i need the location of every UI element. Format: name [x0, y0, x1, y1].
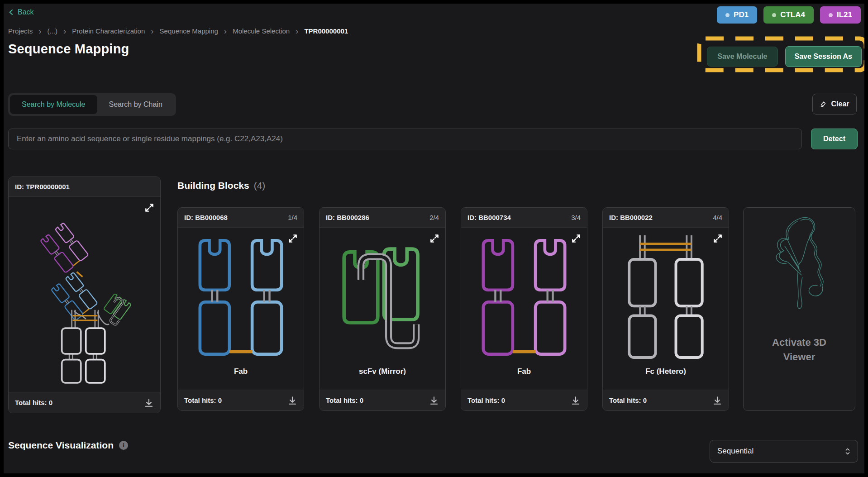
app-window: Back PD1 CTLA4 IL21 Projects (...) Prote…	[4, 4, 864, 473]
save-session-as-button[interactable]: Save Session As	[785, 46, 862, 67]
fc-diagram	[603, 228, 729, 367]
building-blocks-count: (4)	[254, 180, 266, 191]
card-body: Fc (Hetero)	[603, 228, 729, 390]
building-block-id: ID: BB000022	[609, 214, 653, 221]
card-footer: Total hits: 0	[320, 390, 445, 410]
search-tab-group: Search by Molecule Search by Chain	[8, 93, 176, 116]
badge-dot-icon	[725, 13, 730, 17]
sort-order-value: Sequential	[717, 447, 754, 456]
tab-search-by-molecule[interactable]: Search by Molecule	[10, 95, 97, 114]
chevron-left-icon	[8, 9, 14, 15]
card-index: 1/4	[288, 214, 297, 221]
expand-icon[interactable]	[712, 233, 723, 244]
breadcrumb-separator	[224, 28, 227, 34]
expand-icon[interactable]	[429, 233, 440, 244]
breadcrumb-protein-characterization[interactable]: Protein Characterization	[72, 27, 145, 35]
badge-dot-icon	[829, 13, 833, 17]
building-blocks-title: Building Blocks (4)	[177, 180, 265, 191]
badge-label: IL21	[837, 10, 852, 19]
download-icon[interactable]	[571, 396, 581, 405]
expand-icon[interactable]	[287, 233, 298, 244]
card-footer: Total hits: 0	[178, 390, 304, 410]
breadcrumb-separator	[38, 28, 41, 34]
download-icon[interactable]	[287, 396, 297, 405]
badge-pd1[interactable]: PD1	[717, 6, 757, 24]
viewer-label: Activate 3D Viewer	[761, 335, 838, 364]
building-block-type: Fab	[517, 367, 531, 376]
eraser-icon	[820, 100, 827, 108]
molecule-card-body	[9, 197, 160, 392]
card-header: ID: BB000068 1/4	[178, 208, 304, 228]
breadcrumb: Projects (...) Protein Characterization …	[8, 27, 348, 35]
expand-icon[interactable]	[144, 202, 155, 213]
protein-sketch-icon	[761, 210, 837, 324]
breadcrumb-projects[interactable]: Projects	[8, 27, 33, 35]
page-title: Sequence Mapping	[8, 42, 129, 57]
building-block-card[interactable]: ID: BB000022 4/4 Fc (Hetero) Total hits:…	[602, 207, 729, 411]
breadcrumb-separator	[296, 28, 298, 34]
select-chevrons-icon	[845, 447, 850, 456]
activate-3d-viewer-button[interactable]: Activate 3D Viewer	[743, 207, 855, 411]
molecule-card[interactable]: ID: TPR00000001	[8, 176, 161, 413]
building-block-id: ID: BB000068	[184, 214, 228, 221]
back-button[interactable]: Back	[8, 8, 34, 16]
sequence-visualization-header: Sequence Visualization	[8, 440, 128, 451]
sort-order-select[interactable]: Sequential	[710, 440, 858, 463]
tab-search-by-chain[interactable]: Search by Chain	[97, 95, 174, 114]
card-body: scFv (Mirror)	[320, 228, 445, 390]
detect-button[interactable]: Detect	[811, 129, 858, 149]
molecule-diagram	[9, 197, 160, 392]
badge-label: CTLA4	[780, 10, 805, 19]
total-hits: Total hits: 0	[184, 396, 222, 404]
breadcrumb-separator	[151, 28, 153, 34]
badge-il21[interactable]: IL21	[820, 6, 861, 24]
building-block-card[interactable]: ID: BB000286 2/4 scFv (Mirror) Total hit…	[319, 207, 446, 411]
save-actions: Save Molecule Save Session As	[707, 46, 862, 67]
download-icon[interactable]	[712, 396, 722, 405]
card-header: ID: BB000022 4/4	[603, 208, 729, 228]
breadcrumb-separator	[63, 28, 66, 34]
card-footer: Total hits: 0	[461, 390, 587, 410]
building-block-type: scFv (Mirror)	[359, 367, 406, 376]
breadcrumb-ellipsis[interactable]: (...)	[48, 27, 58, 35]
breadcrumb-sequence-mapping[interactable]: Sequence Mapping	[160, 27, 218, 35]
breadcrumb-current-molecule: TPR00000001	[304, 27, 348, 35]
download-icon[interactable]	[429, 396, 439, 405]
fab-diagram	[461, 228, 587, 367]
total-hits: Total hits: 0	[15, 399, 52, 406]
download-icon[interactable]	[144, 398, 154, 408]
building-block-id: ID: BB000286	[326, 214, 369, 221]
badge-dot-icon	[772, 13, 776, 17]
card-header: ID: BB000286 2/4	[320, 208, 445, 228]
card-header: ID: BB000734 3/4	[461, 208, 587, 228]
total-hits: Total hits: 0	[467, 396, 505, 404]
card-index: 2/4	[429, 214, 439, 221]
molecule-id: ID: TPR00000001	[15, 183, 70, 191]
badge-ctla4[interactable]: CTLA4	[763, 6, 814, 24]
card-body: Fab	[461, 228, 587, 390]
breadcrumb-molecule-selection[interactable]: Molecule Selection	[233, 27, 290, 35]
building-block-type: Fab	[234, 367, 248, 376]
info-icon[interactable]	[119, 441, 128, 450]
clear-button[interactable]: Clear	[812, 94, 857, 114]
clear-label: Clear	[831, 100, 849, 108]
card-index: 3/4	[571, 214, 581, 221]
building-block-card[interactable]: ID: BB000734 3/4 Fab Total hits: 0	[461, 207, 587, 411]
total-hits: Total hits: 0	[609, 396, 647, 404]
back-label: Back	[18, 8, 34, 16]
card-footer: Total hits: 0	[603, 390, 729, 410]
target-badges: PD1 CTLA4 IL21	[717, 6, 861, 24]
building-block-card[interactable]: ID: BB000068 1/4 Fab Total hits: 0	[177, 207, 304, 411]
building-block-type: Fc (Hetero)	[645, 367, 686, 376]
molecule-card-footer: Total hits: 0	[9, 392, 160, 413]
sequence-visualization-title: Sequence Visualization	[8, 440, 114, 451]
total-hits: Total hits: 0	[326, 396, 363, 404]
sequence-input[interactable]	[8, 129, 802, 149]
fab-diagram	[178, 228, 304, 367]
badge-label: PD1	[734, 10, 749, 19]
save-molecule-button[interactable]: Save Molecule	[707, 47, 777, 67]
scfv-diagram	[320, 228, 445, 367]
card-index: 4/4	[713, 214, 722, 221]
card-body: Fab	[178, 228, 304, 390]
expand-icon[interactable]	[571, 233, 582, 244]
